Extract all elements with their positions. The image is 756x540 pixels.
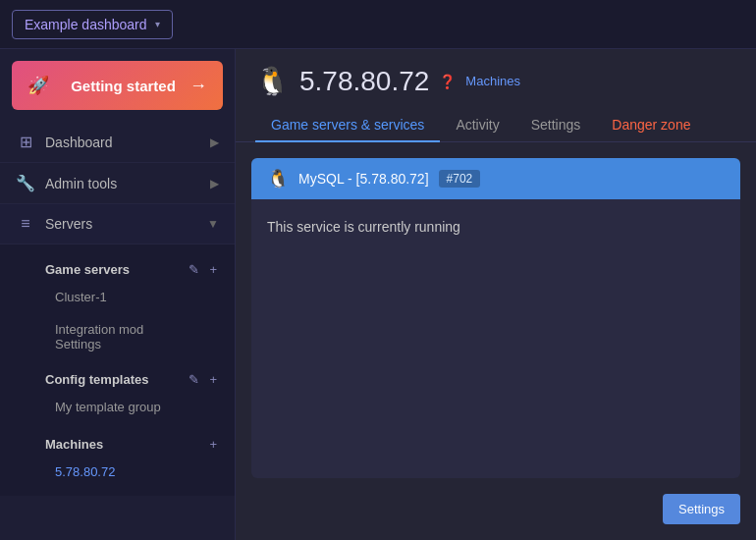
help-icon[interactable]: ❓	[439, 74, 456, 89]
admin-tools-icon: 🔧	[16, 174, 35, 192]
sidebar-dashboard-label: Dashboard	[45, 135, 210, 150]
config-templates-section: Config templates ✎ + My template group	[0, 360, 235, 423]
sidebar-item-dashboard[interactable]: ⊞ Dashboard ▶	[0, 122, 235, 163]
integration-mod-line2: Settings	[55, 337, 219, 351]
servers-icon: ≡	[16, 215, 35, 233]
service-panel-area: 🐧 MySQL - [5.78.80.72] #702 This service…	[236, 142, 756, 540]
edit-config-templates-icon[interactable]: ✎	[187, 370, 201, 389]
dashboard-selector[interactable]: Example dashboard ▾	[12, 10, 173, 39]
tab-activity[interactable]: Activity	[440, 109, 514, 142]
integration-mod-item[interactable]: Integration mod Settings	[45, 317, 219, 356]
game-servers-title: Game servers	[45, 262, 181, 277]
machines-header: Machines +	[45, 429, 219, 459]
dropdown-chevron-icon: ▾	[155, 19, 160, 29]
machines-section: Machines + 5.78.80.72	[0, 423, 235, 490]
linux-icon: 🐧	[255, 65, 290, 97]
sidebar-item-admin-tools[interactable]: 🔧 Admin tools ▶	[0, 163, 235, 204]
sidebar-servers-label: Servers	[45, 216, 207, 232]
machines-link[interactable]: Machines	[465, 74, 520, 88]
dashboard-icon: ⊞	[16, 133, 35, 151]
service-linux-icon: 🐧	[267, 168, 289, 189]
service-panel-body: This service is currently running	[251, 199, 740, 254]
sidebar: 🚀 Getting started → ⊞ Dashboard ▶ 🔧 Admi…	[0, 49, 236, 540]
topbar: Example dashboard ▾	[0, 0, 756, 49]
server-header: 🐧 5.78.80.72 ❓ Machines Game servers & s…	[236, 49, 756, 142]
integration-mod-line1: Integration mod	[55, 322, 219, 337]
rocket-icon: 🚀	[27, 75, 49, 96]
getting-started-button[interactable]: 🚀 Getting started →	[12, 61, 223, 110]
arrow-right-icon: →	[189, 76, 207, 96]
chevron-right-icon: ▶	[210, 135, 219, 149]
cluster-1-item[interactable]: Cluster-1	[45, 285, 219, 309]
sidebar-admin-label: Admin tools	[45, 176, 210, 191]
getting-started-label: Getting started	[71, 78, 176, 94]
tabs: Game servers & services Activity Setting…	[255, 109, 736, 141]
server-ip-title: 5.78.80.72	[299, 66, 429, 97]
chevron-right-icon-admin: ▶	[210, 177, 219, 190]
integration-mod-section: Integration mod Settings	[0, 313, 235, 360]
service-panel: 🐧 MySQL - [5.78.80.72] #702 This service…	[251, 158, 740, 478]
service-status: This service is currently running	[267, 219, 460, 235]
sidebar-item-servers[interactable]: ≡ Servers ▼	[0, 204, 235, 244]
servers-submenu: Game servers ✎ + Cluster-1 Integration m…	[0, 244, 235, 496]
service-title: MySQL - [5.78.80.72]	[298, 171, 429, 187]
config-templates-title: Config templates	[45, 372, 181, 387]
game-servers-header: Game servers ✎ +	[45, 254, 219, 285]
edit-game-servers-icon[interactable]: ✎	[187, 260, 201, 279]
machine-ip: 5.78.80.72	[55, 464, 115, 479]
chevron-down-icon-servers: ▼	[207, 217, 219, 231]
my-template-group-item[interactable]: My template group	[45, 395, 219, 419]
tab-game-servers-services[interactable]: Game servers & services	[255, 109, 440, 142]
machine-ip-item[interactable]: 5.78.80.72	[45, 459, 219, 484]
config-templates-header: Config templates ✎ +	[45, 364, 219, 395]
add-game-server-icon[interactable]: +	[207, 260, 219, 279]
game-servers-section: Game servers ✎ + Cluster-1	[0, 250, 235, 313]
add-machine-icon[interactable]: +	[207, 435, 219, 454]
dashboard-title: Example dashboard	[25, 17, 147, 32]
tab-danger-zone[interactable]: Danger zone	[596, 109, 706, 142]
machines-title: Machines	[45, 437, 201, 452]
main-layout: 🚀 Getting started → ⊞ Dashboard ▶ 🔧 Admi…	[0, 49, 756, 540]
service-panel-header: 🐧 MySQL - [5.78.80.72] #702	[251, 158, 740, 199]
service-settings-button[interactable]: Settings	[663, 494, 740, 524]
add-config-template-icon[interactable]: +	[207, 370, 219, 389]
server-title-row: 🐧 5.78.80.72 ❓ Machines	[255, 65, 736, 97]
service-badge: #702	[439, 170, 481, 188]
tab-settings[interactable]: Settings	[515, 109, 597, 142]
main-content: 🐧 5.78.80.72 ❓ Machines Game servers & s…	[236, 49, 756, 540]
